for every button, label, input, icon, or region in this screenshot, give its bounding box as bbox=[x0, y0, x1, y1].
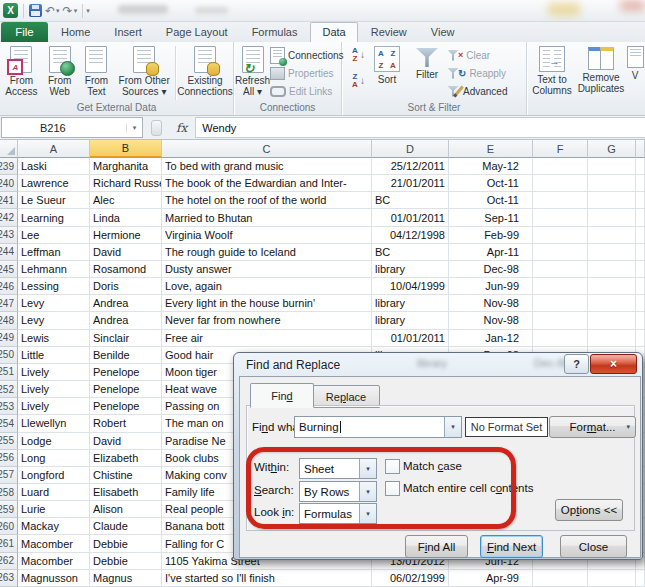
title-bar[interactable]: X ↶ ▾ ↷ ▾ ▾ bbox=[0, 0, 645, 22]
cell[interactable]: Alec bbox=[90, 192, 162, 209]
cell[interactable]: Jun-99 bbox=[449, 278, 533, 295]
cell[interactable]: Nov-98 bbox=[449, 312, 533, 329]
row-header[interactable]: 245 bbox=[0, 261, 18, 278]
select-all-corner[interactable] bbox=[0, 140, 18, 158]
cell[interactable]: Andrea bbox=[90, 312, 162, 329]
cell[interactable]: Longford bbox=[18, 467, 90, 484]
cell[interactable]: Married to Bhutan bbox=[162, 209, 372, 226]
cell[interactable]: Apr-11 bbox=[449, 244, 533, 261]
cell[interactable]: Linda bbox=[90, 209, 162, 226]
cell[interactable]: Lively bbox=[18, 398, 90, 415]
row-header[interactable]: 244 bbox=[0, 244, 18, 261]
reapply-button[interactable]: ↻ Reapply bbox=[447, 65, 521, 81]
cell[interactable]: Le Sueur bbox=[18, 192, 90, 209]
advanced-filter-button[interactable]: Advanced bbox=[447, 83, 521, 99]
tab-home[interactable]: Home bbox=[50, 23, 101, 42]
cell[interactable] bbox=[533, 227, 588, 244]
cell[interactable]: 21/01/2011 bbox=[372, 175, 449, 192]
cell[interactable] bbox=[636, 278, 645, 295]
cell[interactable]: Magnus bbox=[90, 570, 162, 587]
column-header-A[interactable]: A bbox=[18, 140, 90, 158]
filter-button[interactable]: Filter bbox=[407, 44, 447, 102]
column-header-G[interactable]: G bbox=[588, 140, 636, 158]
cell[interactable]: Richard Russell bbox=[90, 175, 162, 192]
cell[interactable]: Lodge bbox=[18, 433, 90, 450]
cell[interactable] bbox=[636, 158, 645, 175]
row-header[interactable]: 247 bbox=[0, 295, 18, 312]
row-header[interactable]: 246 bbox=[0, 278, 18, 295]
row-header[interactable]: 257 bbox=[0, 467, 18, 484]
cell[interactable] bbox=[533, 158, 588, 175]
tab-page-layout[interactable]: Page Layout bbox=[155, 23, 239, 42]
column-header-F[interactable]: F bbox=[533, 140, 588, 158]
cell[interactable]: To bed with grand music bbox=[162, 158, 372, 175]
find-what-dropdown-icon[interactable]: ▾ bbox=[444, 417, 461, 437]
options-button[interactable]: Options << bbox=[555, 499, 623, 521]
cell[interactable]: Alison bbox=[90, 501, 162, 518]
remove-duplicates-button[interactable]: Remove Duplicates bbox=[576, 44, 626, 102]
cell[interactable]: Every light in the house burnin' bbox=[162, 295, 372, 312]
cell[interactable] bbox=[533, 295, 588, 312]
edit-links-button[interactable]: Edit Links bbox=[270, 83, 344, 99]
refresh-all-button[interactable]: ↻ Refresh All ▾ bbox=[235, 44, 270, 102]
from-text-button[interactable]: From Text bbox=[78, 44, 116, 102]
cell[interactable] bbox=[588, 158, 636, 175]
look-in-select[interactable]: Formulas ▾ bbox=[299, 503, 377, 524]
cell[interactable]: Dec-98 bbox=[449, 261, 533, 278]
cell[interactable]: Lawrence bbox=[18, 175, 90, 192]
cell[interactable] bbox=[636, 209, 645, 226]
format-button[interactable]: Format... ▾ bbox=[549, 416, 636, 438]
tab-insert[interactable]: Insert bbox=[103, 23, 153, 42]
cell[interactable]: Hermione bbox=[90, 227, 162, 244]
cell[interactable]: Free air bbox=[162, 330, 372, 347]
cell[interactable]: Jan-12 bbox=[449, 330, 533, 347]
row-header[interactable]: 248 bbox=[0, 312, 18, 329]
tab-view[interactable]: View bbox=[420, 23, 466, 42]
cell[interactable]: Luard bbox=[18, 484, 90, 501]
name-box[interactable]: B216 ▾ bbox=[1, 117, 143, 138]
cell[interactable] bbox=[533, 330, 588, 347]
row-header[interactable]: 259 bbox=[0, 501, 18, 518]
cell[interactable]: Lurie bbox=[18, 501, 90, 518]
find-all-button[interactable]: Find All bbox=[405, 535, 468, 558]
row-header[interactable]: 251 bbox=[0, 364, 18, 381]
cell[interactable]: Levy bbox=[18, 295, 90, 312]
cell[interactable] bbox=[533, 570, 588, 587]
dialog-title[interactable]: Find and Replace bbox=[246, 358, 340, 372]
row-header[interactable]: 249 bbox=[0, 330, 18, 347]
cell[interactable]: The rough guide to Iceland bbox=[162, 244, 372, 261]
cell[interactable]: Penelope bbox=[90, 381, 162, 398]
cell[interactable] bbox=[588, 209, 636, 226]
row-header[interactable]: 243 bbox=[0, 227, 18, 244]
match-case-checkbox[interactable] bbox=[385, 459, 400, 474]
tab-review[interactable]: Review bbox=[360, 23, 418, 42]
name-box-dropdown-icon[interactable]: ▾ bbox=[126, 124, 142, 132]
match-entire-label[interactable]: Match entire cell contents bbox=[403, 482, 533, 494]
tab-data[interactable]: Data bbox=[310, 22, 357, 42]
cell[interactable] bbox=[636, 570, 645, 587]
match-case-label[interactable]: Match case bbox=[403, 460, 462, 472]
cell[interactable]: Laski bbox=[18, 158, 90, 175]
row-header[interactable]: 258 bbox=[0, 484, 18, 501]
find-what-input[interactable]: Burning ▾ bbox=[294, 416, 462, 438]
within-dropdown-icon[interactable]: ▾ bbox=[359, 459, 376, 478]
connections-button[interactable]: Connections bbox=[270, 47, 344, 63]
cell[interactable]: Debbie bbox=[90, 535, 162, 552]
cell[interactable]: Lessing bbox=[18, 278, 90, 295]
search-select[interactable]: By Rows ▾ bbox=[299, 481, 377, 502]
cell[interactable]: 25/12/2011 bbox=[372, 158, 449, 175]
search-dropdown-icon[interactable]: ▾ bbox=[359, 482, 376, 501]
sort-button[interactable]: AZ ZA Sort bbox=[367, 44, 407, 102]
from-access-button[interactable]: A From Access bbox=[1, 44, 42, 102]
help-button[interactable]: ? bbox=[564, 354, 589, 374]
cell[interactable] bbox=[588, 278, 636, 295]
row-header[interactable]: 241 bbox=[0, 192, 18, 209]
close-button[interactable]: Close bbox=[560, 535, 627, 558]
cell[interactable] bbox=[636, 295, 645, 312]
row-header[interactable]: 253 bbox=[0, 398, 18, 415]
cell[interactable]: Lively bbox=[18, 364, 90, 381]
row-header[interactable]: 262 bbox=[0, 553, 18, 570]
row-header[interactable]: 239 bbox=[0, 158, 18, 175]
cell[interactable] bbox=[636, 192, 645, 209]
cell[interactable]: Lewis bbox=[18, 330, 90, 347]
